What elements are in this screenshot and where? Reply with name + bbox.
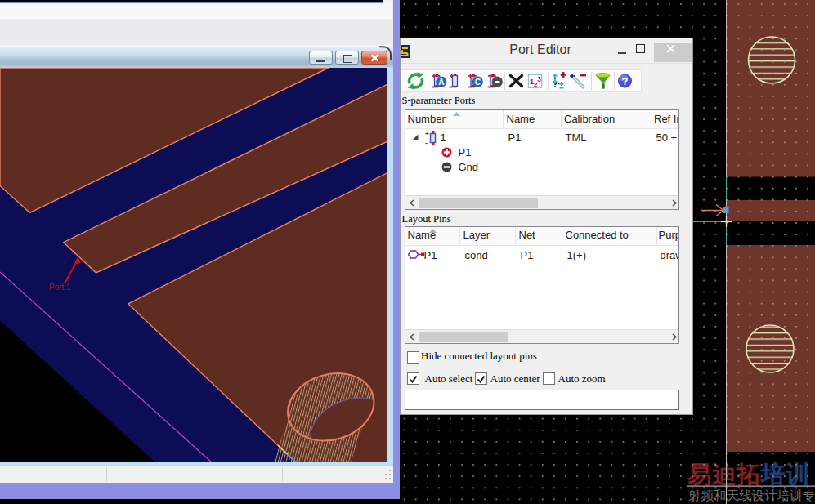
svg-text:Port 1: Port 1: [49, 283, 71, 292]
svg-text:-: -: [425, 139, 428, 146]
svg-text:C: C: [474, 78, 480, 87]
svg-text:+: +: [425, 130, 429, 137]
svg-text:?: ?: [621, 75, 628, 87]
svg-text:A: A: [438, 78, 444, 87]
svg-text:3: 3: [537, 75, 541, 83]
